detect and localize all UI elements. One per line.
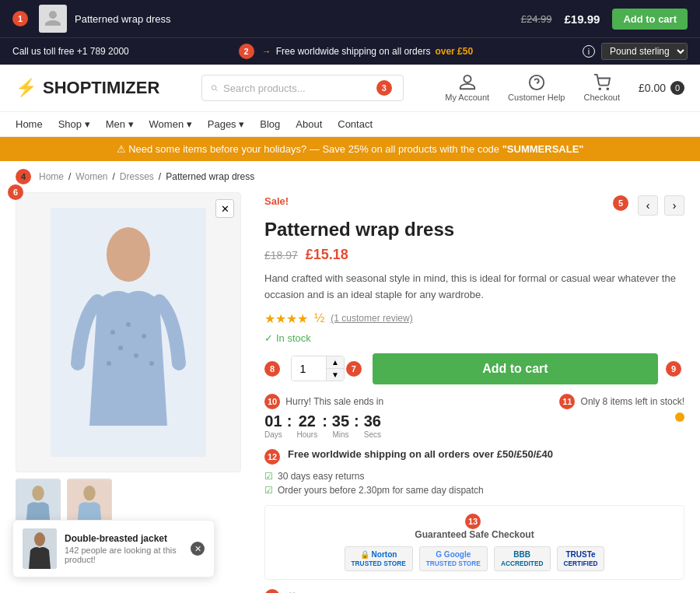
svg-point-5 [110,330,115,335]
nav-blog[interactable]: Blog [260,118,280,130]
customer-help-label: Customer Help [508,93,565,102]
svg-point-11 [149,361,154,366]
next-product-button[interactable]: › [664,195,684,216]
prev-product-button[interactable]: ‹ [638,195,658,216]
promo-bar: ⚠ Need some items before your holidays? … [0,137,700,161]
countdown-left: 10 Hurry! This sale ends in 01 Days : 22… [264,394,383,439]
hours-value: 22 [296,412,317,430]
main-product-image: ✕ [16,192,241,472]
popup-text: Double-breasted jacket 142 people are lo… [65,533,180,564]
nav-home[interactable]: Home [16,118,43,130]
product-description: Hand crafted with seasonal style in mind… [264,271,684,304]
top-bar-right: £24.99 £19.99 Add to cart [521,9,688,30]
nav-pages[interactable]: Pages ▾ [208,118,244,130]
currency-select[interactable]: Pound sterling US Dollar Euro [601,43,688,60]
quantity-arrows: ▲ ▼ [326,356,344,381]
countdown-hours: 22 Hours [296,412,317,439]
product-image-svg [51,208,206,457]
checkout-title: Guaranteed Safe Checkout [273,529,676,540]
countdown-sep-1: : [285,412,294,430]
days-value: 01 [264,412,282,430]
shipping-info: Free worldwide shipping on all orders ov… [288,448,553,460]
svg-point-8 [118,346,123,350]
top-bar-price-new: £19.99 [564,12,600,26]
badge-3: 3 [376,80,392,96]
breadcrumb-women[interactable]: Women [75,171,107,182]
nav-links: Home Shop ▾ Men ▾ Women ▾ Pages ▾ Blog A… [16,118,373,130]
popup-title: Double-breasted jacket [65,533,180,544]
quantity-up-button[interactable]: ▲ [326,356,344,369]
mins-value: 35 [332,412,349,430]
my-account-button[interactable]: My Account [445,74,489,102]
quantity-control: ▲ ▼ [291,356,345,381]
top-bar: 1 Patterned wrap dress £24.99 £19.99 Add… [0,0,700,37]
badge-13: 13 [465,514,481,529]
price-original: £18.97 [264,249,298,261]
badge-2: 2 [239,44,254,59]
shipping-text: Free worldwide shipping on all orders [276,46,431,57]
svg-point-1 [599,88,600,89]
product-navigation: 5 ‹ › [613,195,684,216]
logo-text: SHOPTIMIZER [43,78,159,98]
nav-shop[interactable]: Shop ▾ [58,118,90,130]
truste-badge: TRUSTeCERTIFIED [557,546,605,571]
google-badge: G GoogleTRUSTED STORE [419,546,488,571]
call-us-text: Call us toll free +1 789 2000 [12,46,129,57]
return-item-1: ☑30 days easy returns [264,471,684,482]
stars: ★★★★ [264,311,308,326]
wishlist-row: 14 ♡ Add to Wishlist [264,589,684,593]
badge-6: 6 [8,184,23,200]
info-icon: i [583,45,595,58]
top-bar-product-name: Patterned wrap dress [75,13,171,25]
countdown-sep-3: : [352,412,361,430]
svg-point-4 [107,227,150,282]
returns-list: ☑30 days easy returns ☑Order yours befor… [264,471,684,496]
customer-help-button[interactable]: Customer Help [508,74,565,102]
cart-count: 0 [670,81,684,95]
countdown-days: 01 Days [264,412,282,439]
days-label: Days [264,430,282,439]
badge-12: 12 [264,449,280,465]
secs-label: Secs [364,430,381,439]
info-bar: Call us toll free +1 789 2000 2 → Free w… [0,37,700,65]
add-to-cart-button[interactable]: Add to cart [373,353,658,384]
svg-point-10 [107,361,111,366]
nav-about[interactable]: About [296,118,322,130]
nav-men[interactable]: Men ▾ [106,118,134,130]
svg-point-19 [34,532,45,546]
nav-women[interactable]: Women ▾ [149,118,192,130]
nav-contact[interactable]: Contact [338,118,373,130]
return-item-2: ☑Order yours before 2.30pm for same day … [264,485,684,496]
sale-badge: Sale! [264,195,289,207]
checkout-badges: 🔒 NortonTRUSTED STORE G GoogleTRUSTED ST… [273,546,676,571]
check-icon-2: ☑ [264,485,273,496]
image-close-button[interactable]: ✕ [215,199,234,218]
checkout-label: Checkout [583,93,619,102]
quantity-input[interactable] [292,356,326,381]
popup-close-button[interactable]: ✕ [191,542,205,556]
quantity-down-button[interactable]: ▼ [326,369,344,381]
star-half: ½ [314,311,324,325]
product-info: Sale! 5 ‹ › Patterned wrap dress £18.97 … [264,192,684,593]
checkout-button[interactable]: Checkout [583,74,619,102]
stock-text: In stock [276,332,311,344]
top-bar-product: 1 Patterned wrap dress [12,5,171,33]
svg-point-7 [142,334,146,339]
search-bar: 3 [201,75,404,101]
search-input[interactable] [223,82,372,94]
countdown-boxes: 01 Days : 22 Hours : 35 Mins : 3 [264,412,383,439]
breadcrumb-home[interactable]: Home [39,171,64,182]
product-title: Patterned wrap dress [264,219,684,240]
badge-11: 11 [559,394,575,409]
cart-button[interactable]: £0.00 0 [639,81,684,95]
badge-9: 9 [666,361,681,377]
main-nav: Home Shop ▾ Men ▾ Women ▾ Pages ▾ Blog A… [0,112,700,137]
breadcrumb-dresses[interactable]: Dresses [120,171,154,182]
add-to-cart-top-button[interactable]: Add to cart [612,9,688,30]
help-icon [528,74,545,91]
logo[interactable]: ⚡ SHOPTIMIZER [16,78,159,98]
account-icon [459,74,476,91]
header: ⚡ SHOPTIMIZER 3 My Account Customer Help… [0,65,700,112]
badge-8: 8 [264,361,280,377]
rating-count[interactable]: (1 customer review) [331,313,412,324]
